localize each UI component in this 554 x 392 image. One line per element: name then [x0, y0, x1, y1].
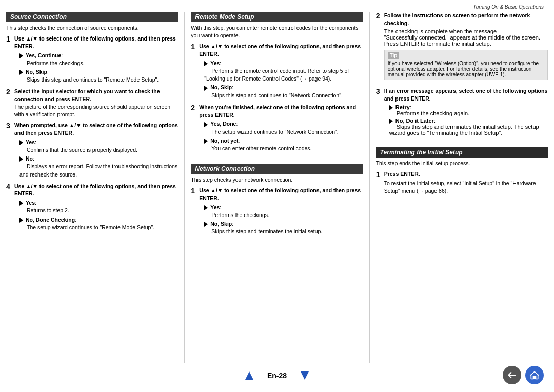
remote-item-2: 2 When you're finished, select one of th…	[191, 104, 363, 153]
home-button[interactable]	[525, 366, 544, 384]
page-number: En-28	[267, 371, 287, 380]
arrow-icon	[204, 122, 208, 127]
terminating-item-1: 1 Press ENTER. To restart the initial se…	[376, 170, 548, 195]
arrow-icon	[204, 205, 208, 210]
source-item-4: 4 Use ▲/▼ to select one of the following…	[6, 183, 178, 232]
source-connection-section: Source Connection This step checks the c…	[6, 12, 178, 236]
arrow-icon	[19, 53, 23, 58]
source-item-3: 3 When prompted, use ▲/▼ to select one o…	[6, 122, 178, 179]
back-button[interactable]	[503, 366, 521, 384]
arrow-icon	[19, 218, 23, 223]
footer-nav-buttons	[503, 366, 544, 384]
arrow-icon	[204, 61, 208, 66]
arrow-icon	[204, 139, 208, 144]
col-divider-1	[184, 12, 185, 363]
svg-marker-0	[245, 371, 253, 380]
arrow-icon	[204, 86, 208, 91]
arrow-icon	[389, 105, 393, 110]
remote-mode-content: With this step, you can enter remote con…	[191, 24, 363, 153]
arrow-icon	[19, 156, 23, 162]
terminating-header: Terminating the Initial Setup	[376, 147, 548, 158]
col-divider-2	[369, 12, 370, 363]
prev-page-button[interactable]	[242, 368, 257, 383]
network-checking-item: 2 Follow the instructions on screen to p…	[376, 12, 548, 80]
page-footer: En-28	[0, 363, 554, 388]
arrow-icon	[19, 201, 23, 206]
source-item-1: 1 Use ▲/▼ to select one of the following…	[6, 35, 178, 85]
next-page-button[interactable]	[297, 368, 312, 383]
remote-mode-section: Remote Mode Setup With this step, you ca…	[191, 12, 363, 156]
network-item-1: 1 Use ▲/▼ to select one of the following…	[191, 187, 363, 237]
column-2: Remote Mode Setup With this step, you ca…	[191, 12, 363, 363]
column-3: 2 Follow the instructions on screen to p…	[376, 12, 548, 363]
arrow-icon	[389, 119, 393, 124]
tip-box: Tip If you have selected "Wireless (Opti…	[384, 50, 548, 80]
remote-mode-header: Remote Mode Setup	[191, 12, 363, 22]
network-connection-content: This step checks your network connection…	[191, 176, 363, 237]
arrow-icon	[19, 70, 23, 75]
page-header: Turning On & Basic Operations	[0, 0, 554, 12]
source-item-2: 2 Select the input selector for which yo…	[6, 88, 178, 119]
terminating-section: Terminating the Initial Setup This step …	[376, 147, 548, 198]
remote-item-1: 1 Use ▲/▼ to select one of the following…	[191, 43, 363, 100]
arrow-icon	[204, 222, 208, 227]
arrow-icon	[19, 140, 23, 145]
network-connection-section: Network Connection This step checks your…	[191, 164, 363, 240]
svg-marker-1	[301, 371, 309, 380]
error-section-item: 3 If an error message appears, select on…	[376, 87, 548, 137]
source-connection-content: This step checks the connection of sourc…	[6, 24, 178, 232]
column-1: Source Connection This step checks the c…	[6, 12, 178, 363]
source-connection-header: Source Connection	[6, 12, 178, 22]
terminating-content: This step ends the initial setup process…	[376, 160, 548, 195]
network-connection-header: Network Connection	[191, 164, 363, 174]
